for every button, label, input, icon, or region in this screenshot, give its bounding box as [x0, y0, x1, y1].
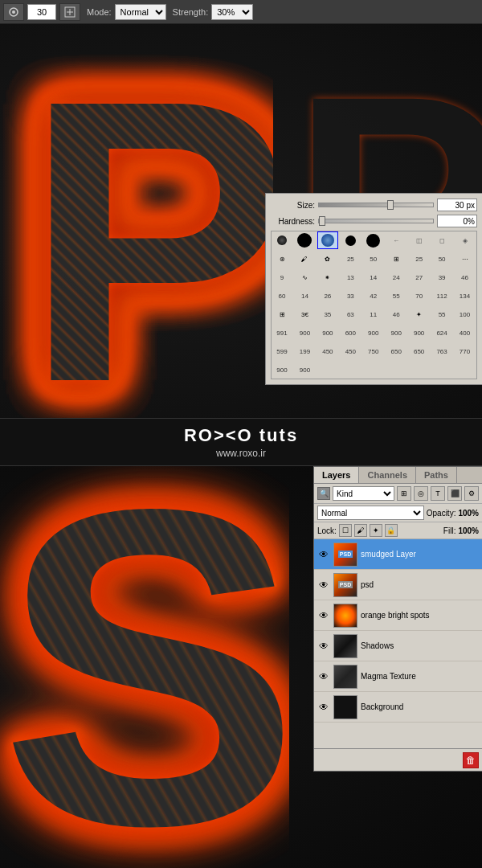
strength-select[interactable]: 30% 50% 100%	[211, 4, 253, 20]
preset-num-50b[interactable]: 50	[431, 250, 452, 268]
preset-13[interactable]: ⊞	[386, 250, 406, 268]
preset-900c[interactable]: 900	[363, 324, 384, 342]
preset-900g[interactable]: 900	[294, 361, 315, 379]
filter-btn-5[interactable]: ⚙	[464, 486, 479, 501]
layer-item-smudged[interactable]: 👁 PSD smudged Layer	[314, 539, 482, 570]
preset-1[interactable]	[272, 231, 292, 249]
preset-17[interactable]: ⊞	[272, 305, 292, 323]
preset-26[interactable]: 26	[317, 287, 338, 305]
filter-btn-4[interactable]: ⬛	[447, 486, 462, 501]
preset-900a[interactable]: 900	[294, 324, 315, 342]
layer-item-orange[interactable]: 👁 orange bright spots	[314, 600, 482, 631]
preset-10[interactable]: ⊛	[272, 250, 292, 268]
preset-750[interactable]: 750	[363, 342, 384, 360]
layer-item-background[interactable]: 👁 Background	[314, 692, 482, 723]
preset-n27[interactable]: 27	[409, 268, 430, 286]
preset-199[interactable]: 199	[294, 342, 315, 360]
preset-num-25[interactable]: 25	[340, 250, 361, 268]
preset-7[interactable]: ◫	[409, 231, 430, 249]
layer-item-magma[interactable]: 👁 Magma Texture	[314, 661, 482, 692]
preset-14b[interactable]: 14	[294, 287, 315, 305]
preset-450b[interactable]: 450	[340, 342, 361, 360]
layer-visibility-orange[interactable]: 👁	[317, 609, 330, 622]
preset-55b[interactable]: 55	[431, 305, 452, 323]
tool-icon-2[interactable]	[59, 3, 80, 21]
preset-70[interactable]: 70	[409, 287, 430, 305]
tool-icon-1[interactable]	[3, 3, 24, 21]
layer-visibility-magma[interactable]: 👁	[317, 670, 330, 683]
preset-n14[interactable]: 14	[363, 268, 384, 286]
preset-15[interactable]: ∿	[294, 268, 315, 286]
preset-n24[interactable]: 24	[386, 268, 406, 286]
mode-select[interactable]: Normal Multiply Screen Overlay	[115, 4, 166, 20]
lock-move-btn[interactable]: ✦	[370, 524, 382, 537]
layer-visibility-psd[interactable]: 👁	[317, 579, 330, 592]
layer-item-shadows[interactable]: 👁 Shadows	[314, 631, 482, 661]
preset-5[interactable]	[363, 231, 384, 249]
preset-900e[interactable]: 900	[409, 324, 430, 342]
preset-num-25b[interactable]: 25	[409, 250, 430, 268]
tab-paths[interactable]: Paths	[416, 467, 457, 483]
filter-btn-3[interactable]: T	[431, 486, 445, 501]
preset-763[interactable]: 763	[431, 342, 452, 360]
preset-4[interactable]	[340, 231, 361, 249]
preset-46b[interactable]: 46	[386, 305, 406, 323]
preset-650b[interactable]: 650	[409, 342, 430, 360]
layer-visibility-smudged[interactable]: 👁	[317, 548, 330, 561]
preset-63[interactable]: 63	[340, 305, 361, 323]
preset-n46[interactable]: 46	[455, 268, 476, 286]
kind-select[interactable]: Kind	[333, 486, 394, 501]
preset-624[interactable]: 624	[431, 324, 452, 342]
hardness-input[interactable]	[437, 215, 477, 227]
size-input[interactable]: 30 px	[437, 199, 477, 211]
preset-134[interactable]: 134	[455, 287, 476, 305]
tab-channels[interactable]: Channels	[359, 467, 416, 483]
preset-3e[interactable]: 3€	[294, 305, 315, 323]
preset-3[interactable]	[317, 231, 338, 249]
preset-14[interactable]: ⋯	[455, 250, 476, 268]
preset-55[interactable]: 55	[386, 287, 406, 305]
preset-112[interactable]: 112	[431, 287, 452, 305]
lock-gradient-btn[interactable]: 🖌	[354, 524, 367, 537]
preset-n39[interactable]: 39	[431, 268, 452, 286]
layer-item-psd[interactable]: 👁 PSD psd	[314, 570, 482, 600]
filter-btn-2[interactable]: ◎	[414, 486, 428, 501]
preset-60[interactable]: 60	[272, 287, 292, 305]
preset-900f[interactable]: 900	[272, 361, 292, 379]
preset-8[interactable]: ◻	[431, 231, 452, 249]
preset-991[interactable]: 991	[272, 324, 292, 342]
preset-6[interactable]: ←	[386, 231, 406, 249]
preset-33[interactable]: 33	[340, 287, 361, 305]
filter-btn-1[interactable]: ⊞	[397, 486, 411, 501]
lock-pixels-btn[interactable]: ☐	[339, 524, 352, 537]
preset-num-50[interactable]: 50	[363, 250, 384, 268]
preset-9[interactable]: ◈	[455, 231, 476, 249]
preset-n13[interactable]: 13	[340, 268, 361, 286]
delete-layer-button[interactable]: 🗑	[463, 752, 479, 768]
preset-2[interactable]	[294, 231, 315, 249]
preset-11b[interactable]: 11	[363, 305, 384, 323]
tab-layers[interactable]: Layers	[314, 467, 359, 483]
preset-770a[interactable]: 770	[455, 342, 476, 360]
blend-mode-select[interactable]: Normal Multiply Screen Overlay	[317, 506, 424, 520]
preset-650a[interactable]: 650	[386, 342, 406, 360]
preset-11[interactable]: 🖌	[294, 250, 315, 268]
lock-all-btn[interactable]: 🔒	[385, 524, 398, 537]
preset-900b[interactable]: 900	[317, 324, 338, 342]
brush-size-display[interactable]: 30	[27, 4, 56, 20]
preset-42[interactable]: 42	[363, 287, 384, 305]
preset-12[interactable]: ✿	[317, 250, 338, 268]
preset-450a[interactable]: 450	[317, 342, 338, 360]
preset-18[interactable]: ✦	[409, 305, 430, 323]
fill-label: Fill:	[443, 526, 456, 535]
preset-600[interactable]: 600	[340, 324, 361, 342]
layer-visibility-shadows[interactable]: 👁	[317, 640, 330, 653]
preset-100[interactable]: 100	[455, 305, 476, 323]
preset-35[interactable]: 35	[317, 305, 338, 323]
preset-400[interactable]: 400	[455, 324, 476, 342]
preset-599[interactable]: 599	[272, 342, 292, 360]
preset-n9[interactable]: 9	[272, 268, 292, 286]
layer-visibility-background[interactable]: 👁	[317, 701, 330, 714]
preset-16[interactable]: ⁕	[317, 268, 338, 286]
preset-900d[interactable]: 900	[386, 324, 406, 342]
